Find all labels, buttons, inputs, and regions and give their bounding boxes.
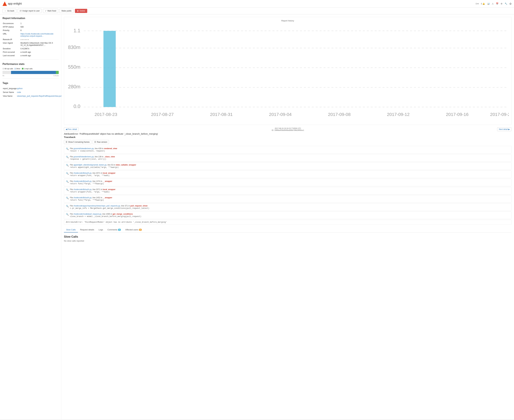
frame-content: File pyramid/viewderivers.py, line 439 i… [70,147,509,152]
frame-search-icon[interactable]: 🔍 [66,156,69,158]
power-icon[interactable]: ⏻ [509,2,512,5]
toolbar: ← Go back 🏷 Assign report to user ✓ Mark… [0,8,514,14]
frame-item: 🔍File rhodecode/lib/auth.py, line 2071 i… [64,187,512,195]
prev-detail-button[interactable]: ◀ Prev. detail [64,128,79,131]
mail-count: 0 [476,3,477,5]
svg-text:2017-08-23: 2017-08-23 [95,112,117,117]
info-table-row: Priority6 [3,29,58,32]
tab-slow-calls[interactable]: Slow Calls [64,227,78,232]
tab-logs[interactable]: Logs [96,227,105,232]
bell-icon-group[interactable]: 0 🔔 [481,3,485,5]
frame-code-line: close_branch = model._close_branch_befor… [70,215,509,218]
assign-report-button[interactable]: 🏷 Assign report to user [18,9,42,13]
frame-search-icon[interactable]: 🔍 [66,213,69,216]
affected-users-badge: 0 [139,229,142,231]
frame-code-line: return func(*fargs, **fkwargs) [70,183,509,185]
info-icon: ℹ [15,68,15,70]
sql-legend-label: 68 sql calls [5,68,13,70]
info-table-row: User AgentMozilla/5.0 (Macintosh; Intel … [3,41,58,47]
frame-code-line: result = view(context, request) [70,150,509,152]
frame-search-icon[interactable]: 🔍 [66,172,69,175]
frame-search-icon[interactable]: 🔍 [66,188,69,191]
frame-code-line: c.pr_merge_info = MergeCheck.get_merge_c… [70,207,509,210]
alert-icon[interactable]: ⚠ [492,2,494,5]
gear-icon[interactable]: ⚙ [501,2,502,5]
frame-code-line: return func(*fargs, **fkwargs) [70,199,509,201]
frame-item: 🔍File pyramid/viewderivers.py, line 138 … [64,154,512,162]
svg-text:2017-08-31: 2017-08-31 [210,112,233,117]
frame-file-line: File rhodecode/lib/auth.py, line 2071 in… [70,188,509,191]
info-value: 1 [21,22,58,25]
no-slow-calls-text: No slow calls reported [64,240,512,242]
header-icons: 0 ✉ 0 🔔 📊 ⚠ 📅 ⚙ 🔧 ⏻ [476,2,512,5]
tabs-container: Slow Calls Request details Logs Comments… [64,227,512,232]
frame-item: 🔍File pyramid/viewderivers.py, line 439 … [64,146,512,154]
svg-text:2017-09-04: 2017-09-04 [269,112,292,117]
sql-legend-dot [2,68,4,69]
info-label: URL [3,32,20,38]
logo-icon [2,2,7,6]
check-icon: ✓ [45,10,47,12]
frame-file-line: File rhodecode/lib/auth.py, line 1374 in… [70,180,509,182]
svg-text:1.1: 1.1 [74,28,80,33]
error-message-text: AttributeError: 'PullRequestModel' objec… [66,221,509,223]
svg-text:2017-09-08: 2017-09-08 [328,112,350,117]
bell-count: 0 [481,3,482,5]
frame-file-line: File appenlight_client/ext/pyramid_tween… [70,164,509,166]
chart-title: Report history [67,20,509,22]
go-back-button[interactable]: ← Go back [2,9,16,13]
mark-fixed-button[interactable]: ✓ Mark fixed [43,9,58,13]
perf-label-start: 0s [2,75,4,76]
info-value[interactable]: https://code.rhodecode.com/rhodecode-ent… [21,32,58,38]
report-history-chart: 1.1 830m 550m 280m 0.0 2017-08-23 2017-0… [67,23,509,122]
frame-search-icon[interactable]: 🔍 [66,180,69,183]
frame-item: 🔍File rhodecode/model/pull_request.py, l… [64,211,512,219]
error-title: AttributeError: 'PullRequestModel' objec… [64,132,512,135]
frame-content: File appenlight_client/ext/pyramid_tween… [70,164,509,168]
frame-content: File rhodecode/lib/auth.py, line 2071 in… [70,172,509,177]
legend-sql: 68 sql calls [2,68,13,70]
wrench-icon[interactable]: 🔧 [505,2,507,5]
frame-search-icon[interactable]: 🔍 [66,205,69,207]
logo-text: app enlight [8,2,22,5]
frame-file-line: File rhodecode/apps/repository/views/rep… [70,205,509,207]
delete-button[interactable]: 🗑 Delete [75,9,87,13]
frame-search-icon[interactable]: 🔍 [66,164,69,166]
info-label: First occured [3,51,20,54]
tab-affected-users[interactable]: Affected users 0 [123,227,144,232]
chart-area: 1.1 830m 550m 280m 0.0 2017-08-23 2017-0… [67,23,509,122]
frame-content: File rhodecode/lib/auth.py, line 1374 in… [70,180,509,185]
bell-icon: 🔔 [483,3,485,5]
tmpl-legend-label: 1 tmpl calls [24,68,33,70]
tag-icon: 🏷 [20,10,22,12]
performance-section: Performance stats 68 sql calls ℹ Other 1… [2,63,59,76]
frame-search-icon[interactable]: 🔍 [66,197,69,199]
frame-content: File rhodecode/lib/auth.py, line 1452 in… [70,196,509,201]
raw-version-button[interactable]: ☰ Raw version [93,140,109,144]
make-public-button[interactable]: Make public [60,9,74,13]
tmpl-bar [56,71,59,74]
traceback-title: Traceback [64,136,512,138]
chart-icon[interactable]: 📊 [487,2,490,5]
mail-icon-group[interactable]: 0 ✉ [476,3,479,5]
tab-request-details[interactable]: Request details [78,227,97,232]
info-value: ●●●●●● [21,38,58,41]
frame-item: 🔍File rhodecode/apps/repository/views/re… [64,203,512,211]
next-detail-button[interactable]: Next detail ▶ [497,128,512,131]
report-info-title: Report Information [2,17,59,20]
frame-item: 🔍File rhodecode/lib/auth.py, line 1452 i… [64,195,512,203]
frame-content: File pyramid/viewderivers.py, line 138 i… [70,156,509,160]
frame-file-line: File rhodecode/lib/auth.py, line 2071 in… [70,172,509,174]
show-frames-button[interactable]: ☰ Show 5 remaining frames [64,140,91,144]
frames-container: 🔍File pyramid/viewderivers.py, line 439 … [64,146,512,219]
frame-search-icon[interactable]: 🔍 [66,148,69,150]
tab-comments[interactable]: Comments 0 [105,227,123,232]
list-icon: ☰ [66,141,67,143]
info-table-row: First occureda month ago [3,51,58,54]
calendar-icon[interactable]: 📅 [496,2,499,5]
prev-arrow-icon: ◀ [66,128,67,130]
frame-file-line: File pyramid/viewderivers.py, line 138 i… [70,156,509,158]
tags-title: Tags [2,82,59,85]
performance-title: Performance stats [2,63,59,66]
info-table-row: Duration0.412867s [3,47,58,50]
